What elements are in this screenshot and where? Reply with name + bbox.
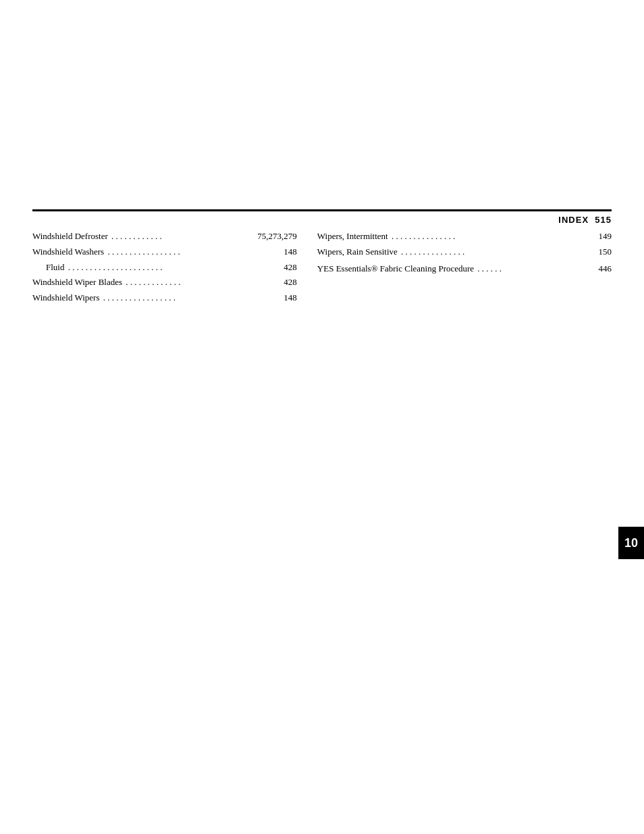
index-label: INDEX 515 (558, 215, 612, 225)
list-item: Windshield Defroster . . . . . . . . . .… (32, 230, 297, 244)
chapter-tab: 10 (618, 527, 644, 559)
page-container: INDEX 515 Windshield Defroster . . . . .… (0, 0, 644, 834)
entry-term: Wipers, Intermittent (317, 230, 388, 244)
left-column: Windshield Defroster . . . . . . . . . .… (32, 230, 311, 307)
right-column: Wipers, Intermittent . . . . . . . . . .… (311, 230, 612, 307)
entry-dots: . . . . . . . . . . . . . . . . . (101, 291, 282, 305)
entry-term: Fluid (46, 261, 64, 275)
entry-term: YES Essentials® Fabric Cleaning Procedur… (317, 262, 474, 276)
entry-page: 148 (284, 291, 297, 305)
entry-dots: . . . . . . . . . . . . (109, 230, 257, 244)
entry-term: Windshield Wipers (32, 291, 99, 305)
entry-page: 428 (284, 261, 297, 275)
chapter-tab-number: 10 (624, 536, 638, 550)
entry-dots: . . . . . . . . . . . . . . . . . (105, 245, 282, 259)
entry-term: Windshield Wiper Blades (32, 276, 122, 290)
index-text: INDEX (558, 215, 589, 225)
entry-page: 428 (284, 276, 297, 290)
list-item: Windshield Wiper Blades . . . . . . . . … (32, 276, 297, 290)
list-item: Wipers, Intermittent . . . . . . . . . .… (317, 230, 612, 244)
entry-page: 446 (598, 262, 612, 276)
page-number: 515 (595, 215, 612, 225)
entry-page: 148 (284, 245, 297, 259)
entry-dots: . . . . . . . . . . . . . . . . . . . . … (65, 261, 282, 275)
list-item: Fluid . . . . . . . . . . . . . . . . . … (32, 261, 297, 275)
entry-page: 149 (598, 230, 612, 244)
entry-dots: . . . . . . . . . . . . . (124, 276, 282, 290)
entry-term: Windshield Washers (32, 245, 104, 259)
entry-dots: . . . . . . . . . . . . . . . (399, 245, 597, 259)
list-item: Wipers, Rain Sensitive . . . . . . . . .… (317, 245, 612, 259)
index-content: Windshield Defroster . . . . . . . . . .… (32, 230, 612, 307)
entry-page: 150 (598, 245, 612, 259)
entry-dots: . . . . . . . . . . . . . . . (390, 230, 597, 244)
header-row: INDEX 515 (32, 215, 612, 225)
entry-term: Windshield Defroster (32, 230, 108, 244)
entry-term: Wipers, Rain Sensitive (317, 245, 398, 259)
list-item: Windshield Wipers . . . . . . . . . . . … (32, 291, 297, 305)
list-item: YES Essentials® Fabric Cleaning Procedur… (317, 262, 612, 276)
entry-page: 75,273,279 (257, 230, 297, 244)
entry-dots: . . . . . . (475, 262, 597, 276)
top-rule (32, 209, 612, 211)
list-item: Windshield Washers . . . . . . . . . . .… (32, 245, 297, 259)
